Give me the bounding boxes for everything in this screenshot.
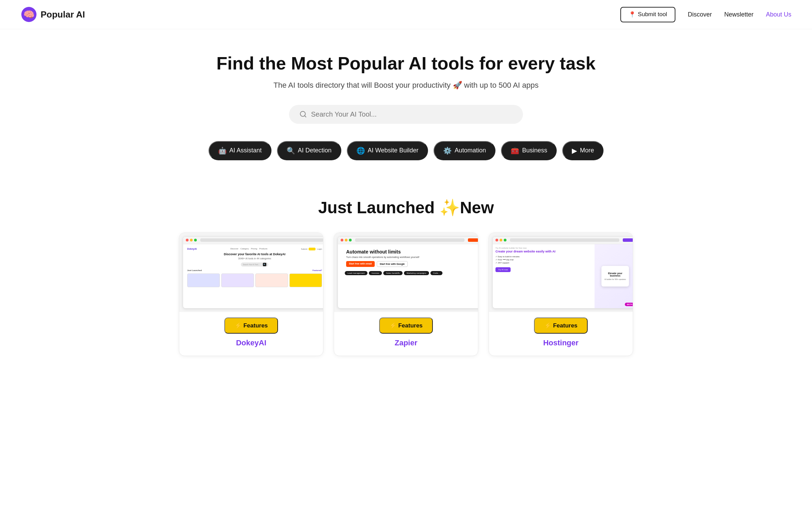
hostinger-card-body: ⚡ Features Hostinger bbox=[489, 312, 633, 356]
dokeyai-screenshot: DokeyAI DiscoverCategoryPricingProducts … bbox=[179, 233, 323, 312]
category-automation[interactable]: ⚙️ Automation bbox=[434, 141, 495, 160]
hostinger-name[interactable]: Hostinger bbox=[496, 338, 626, 347]
submit-icon: 📍 bbox=[629, 11, 636, 18]
category-ai-detection[interactable]: 🔍 AI Detection bbox=[277, 141, 341, 160]
dokeyai-card-body: ⚡ Features DokeyAI bbox=[179, 312, 323, 356]
main-nav: 📍 Submit tool Discover Newsletter About … bbox=[620, 7, 791, 22]
dokeyai-screenshot-sub: 3048+ AI tools in 44 categories bbox=[187, 257, 322, 260]
zapier-name[interactable]: Zapier bbox=[341, 338, 471, 347]
hero-section: Find the Most Popular AI tools for every… bbox=[0, 29, 812, 198]
ai-detection-label: AI Detection bbox=[298, 147, 332, 154]
more-label: More bbox=[580, 147, 594, 154]
ai-assistant-label: AI Assistant bbox=[229, 147, 262, 154]
logo-text: Popular AI bbox=[41, 9, 85, 20]
dokeyai-name[interactable]: DokeyAI bbox=[186, 338, 316, 347]
search-input[interactable] bbox=[311, 110, 513, 118]
ai-website-builder-label: AI Website Builder bbox=[368, 147, 419, 154]
automation-label: Automation bbox=[455, 147, 486, 154]
hero-title: Find the Most Popular AI tools for every… bbox=[14, 53, 798, 74]
nav-discover[interactable]: Discover bbox=[688, 11, 712, 18]
nav-newsletter[interactable]: Newsletter bbox=[724, 11, 754, 18]
zapier-features-button[interactable]: ⚡ Features bbox=[379, 317, 433, 334]
search-container bbox=[14, 105, 798, 124]
section-title: Just Launched ✨New bbox=[0, 198, 812, 217]
business-emoji: 🧰 bbox=[511, 147, 519, 155]
automation-emoji: ⚙️ bbox=[443, 147, 452, 155]
business-label: Business bbox=[522, 147, 547, 154]
card-dokeyai: DokeyAI DiscoverCategoryPricingProducts … bbox=[179, 233, 323, 356]
search-icon bbox=[299, 110, 307, 118]
ai-assistant-emoji: 🤖 bbox=[218, 147, 227, 155]
search-box bbox=[289, 105, 523, 124]
hostinger-screenshot: Try AI website builder for free now Crea… bbox=[489, 233, 633, 312]
categories-bar: 🤖 AI Assistant 🔍 AI Detection 🌐 AI Websi… bbox=[14, 141, 798, 160]
zapier-screenshot-heading: Automate without limits bbox=[342, 246, 477, 256]
card-hostinger: Try AI website builder for free now Crea… bbox=[489, 233, 633, 356]
logo-icon: 🧠 bbox=[21, 6, 37, 23]
header: 🧠 Popular AI 📍 Submit tool Discover News… bbox=[0, 0, 812, 29]
svg-line-3 bbox=[304, 116, 306, 117]
dokeyai-features-button[interactable]: ⚡ Features bbox=[224, 317, 278, 334]
card-zapier: Automate without limits Turn chaos into … bbox=[334, 233, 478, 356]
category-ai-website-builder[interactable]: 🌐 AI Website Builder bbox=[347, 141, 428, 160]
cards-grid: DokeyAI DiscoverCategoryPricingProducts … bbox=[0, 233, 812, 356]
submit-tool-button[interactable]: 📍 Submit tool bbox=[620, 7, 675, 22]
hostinger-features-button[interactable]: ⚡ Features bbox=[534, 317, 588, 334]
zapier-screenshot-sub: Turn chaos into smooth operations by aut… bbox=[342, 256, 477, 261]
nav-about-us[interactable]: About Us bbox=[766, 11, 791, 18]
ai-detection-emoji: 🔍 bbox=[287, 147, 295, 155]
ai-website-builder-emoji: 🌐 bbox=[356, 147, 365, 155]
hostinger-screenshot-heading: Create your dream website easily with AI bbox=[495, 250, 592, 253]
zapier-card-body: ⚡ Features Zapier bbox=[334, 312, 478, 356]
dokeyai-screenshot-heading: Discover your favorite AI tools at Dokey… bbox=[187, 252, 322, 256]
just-launched-section: Just Launched ✨New DokeyAI bbox=[0, 198, 812, 377]
hero-subtitle: The AI tools directory that will Boost y… bbox=[14, 81, 798, 90]
logo[interactable]: 🧠 Popular AI bbox=[21, 6, 85, 23]
svg-text:🧠: 🧠 bbox=[23, 9, 35, 20]
more-emoji: ▶ bbox=[572, 147, 577, 155]
zapier-screenshot: Automate without limits Turn chaos into … bbox=[334, 233, 478, 312]
category-more[interactable]: ▶ More bbox=[562, 141, 603, 160]
category-business[interactable]: 🧰 Business bbox=[501, 141, 557, 160]
category-ai-assistant[interactable]: 🤖 AI Assistant bbox=[209, 141, 271, 160]
